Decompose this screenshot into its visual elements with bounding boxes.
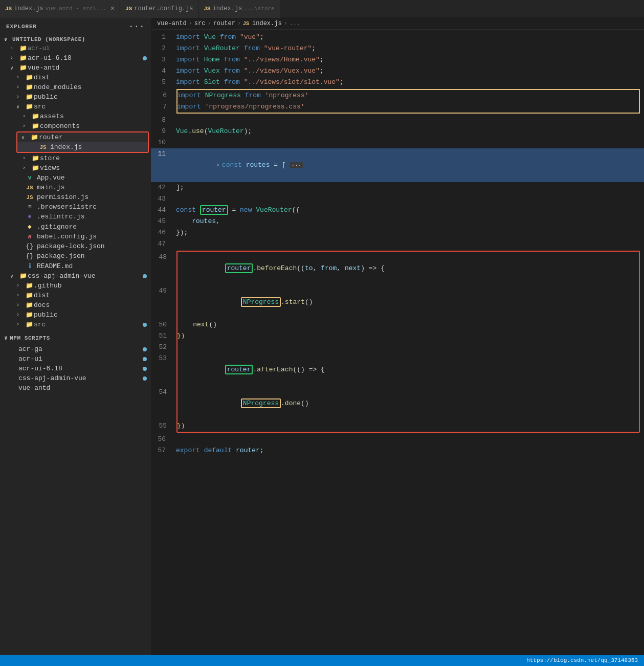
sidebar-item-router[interactable]: ∨ 📁 router xyxy=(17,132,148,142)
label-permission-js: permission.js xyxy=(37,193,151,201)
arrow-acr-ui-618: › xyxy=(10,55,18,61)
npm-scripts-arrow: ∨ xyxy=(4,335,8,341)
sidebar-item-permission-js[interactable]: › JS permission.js xyxy=(0,192,151,202)
sidebar-menu-dots[interactable]: ··· xyxy=(129,22,145,31)
folder-icon-components: 📁 xyxy=(31,122,40,130)
sidebar-item-src[interactable]: ∨ 📁 src xyxy=(0,102,151,112)
tab-label-1: index.js xyxy=(14,5,43,12)
label-npm-acr-ui-618: acr-ui-6.18 xyxy=(18,365,143,372)
dot-npm-acr-ui-618 xyxy=(143,367,147,371)
code-line-47: 47 xyxy=(151,238,644,250)
breadcrumb-part-1: vue-antd xyxy=(157,20,187,27)
folder-icon-node-modules: 📁 xyxy=(25,83,34,91)
line-num-57: 57 xyxy=(151,445,174,456)
npm-script-acr-ui[interactable]: › acr-ui xyxy=(0,354,151,364)
tab-label-3: index.js xyxy=(213,5,242,12)
dot-css-apj xyxy=(143,274,147,278)
sidebar-item-main-js[interactable]: › JS main.js xyxy=(0,183,151,192)
line-content-42: ]; xyxy=(174,182,644,193)
sidebar-item-node-modules[interactable]: › 📁 node_modules xyxy=(0,82,151,92)
arrow-public-2: › xyxy=(16,312,25,318)
sidebar-item-vue-antd[interactable]: ∨ 📁 vue-antd xyxy=(0,63,151,73)
tab-inactive-3[interactable]: JS index.js ...\store xyxy=(198,0,280,18)
main-layout: EXPLORER ··· ∨ UNTITLED (WORKSPACE) › 📁 … xyxy=(0,18,644,655)
readme-icon-file: ℹ xyxy=(25,262,35,270)
line-num-53: 53 xyxy=(152,353,175,364)
code-line-54: 54 NProgress.done() xyxy=(152,387,639,420)
dot-npm-acr-ui xyxy=(143,357,147,361)
sidebar-item-github[interactable]: › 📁 .github xyxy=(0,281,151,291)
right-panel: vue-antd › src › router › JS index.js › … xyxy=(151,18,644,655)
folder-icon-css-apj: 📁 xyxy=(18,272,28,280)
label-acr-ui-618: acr-ui-6.18 xyxy=(28,54,143,62)
folder-icon-acr-ui-618: 📁 xyxy=(18,54,28,62)
sidebar-item-components[interactable]: › 📁 components xyxy=(0,121,151,131)
sidebar-item-eslintrc[interactable]: › ● .eslintrc.js xyxy=(0,212,151,221)
workspace-arrow: ∨ xyxy=(4,36,12,42)
sidebar-item-acr-ui-618[interactable]: › 📁 acr-ui-6.18 xyxy=(0,53,151,63)
line-content-45: routes, xyxy=(174,216,644,227)
sidebar-item-package-json[interactable]: › {} package.json xyxy=(0,251,151,261)
tab-inactive-2[interactable]: JS router.config.js xyxy=(120,0,198,18)
breadcrumb-part-3: router xyxy=(213,20,235,27)
sidebar-item-readme[interactable]: › ℹ README.md xyxy=(0,261,151,271)
code-line-11[interactable]: 11 ›const routes = [ ··· xyxy=(151,148,644,182)
code-line-5: 5 import Slot from "../views/slot/slot.v… xyxy=(151,77,644,88)
sidebar-item-docs[interactable]: › 📁 docs xyxy=(0,300,151,310)
label-main-js: main.js xyxy=(37,184,151,191)
sidebar-item-css-apj[interactable]: ∨ 📁 css-apj-admin-vue xyxy=(0,271,151,281)
js-icon-permission: JS xyxy=(25,194,35,201)
sidebar-item-gitignore[interactable]: › ◆ .gitignore xyxy=(0,221,151,232)
dot-npm-css-apj xyxy=(143,376,147,381)
npm-script-acr-ui-618[interactable]: › acr-ui-6.18 xyxy=(0,364,151,373)
sidebar-item-babel-config[interactable]: › B babel.config.js xyxy=(0,232,151,241)
code-line-52: 52 xyxy=(152,342,639,353)
arrow-dist-2: › xyxy=(16,293,25,298)
npm-script-vue-antd[interactable]: › vue-antd xyxy=(0,383,151,393)
line-content-3: import Home from "../views/Home.vue"; xyxy=(174,54,644,65)
sidebar-item-package-lock[interactable]: › {} package-lock.json xyxy=(0,241,151,251)
npm-script-css-apj[interactable]: › css-apj-admin-vue xyxy=(0,373,151,383)
line-num-50: 50 xyxy=(152,319,175,330)
label-router: router xyxy=(39,134,148,141)
sidebar-item-store[interactable]: › 📁 store xyxy=(0,153,151,163)
breadcrumb-part-5: ... xyxy=(290,20,301,27)
sidebar-item-src-2[interactable]: › 📁 src xyxy=(0,320,151,329)
line-content-57: export default router; xyxy=(174,445,644,456)
code-editor[interactable]: 1 import Vue from "vue"; 2 import VueRou… xyxy=(151,30,644,655)
babel-icon-file: B xyxy=(25,234,35,240)
line-num-11: 11 xyxy=(151,148,174,160)
red-box-region: 48 router.beforeEach((to, from, next) =>… xyxy=(176,251,640,433)
npm-scripts-header[interactable]: ∨ NPM SCRIPTS xyxy=(0,331,151,344)
json-icon-pkg: {} xyxy=(25,252,35,260)
arrow-dist: › xyxy=(16,75,25,80)
sidebar-item-assets[interactable]: › 📁 assets xyxy=(0,112,151,121)
line-num-8: 8 xyxy=(151,115,174,126)
sidebar-item-public-2[interactable]: › 📁 public xyxy=(0,310,151,320)
line-content-53: router.afterEach(() => { xyxy=(175,353,639,387)
arrow-src-2: › xyxy=(16,322,25,327)
workspace-label[interactable]: ∨ UNTITLED (WORKSPACE) xyxy=(0,35,151,43)
line-num-54: 54 xyxy=(152,387,175,398)
arrow-github: › xyxy=(16,283,25,288)
arrow-css-apj: ∨ xyxy=(10,273,18,279)
sidebar-item-app-vue[interactable]: › V App.vue xyxy=(0,173,151,183)
tab-label-2: router.config.js xyxy=(134,5,193,12)
code-line-9: 9 Vue.use(VueRouter); xyxy=(151,126,644,137)
npm-scripts-label: NPM SCRIPTS xyxy=(10,335,50,341)
arrow-store: › xyxy=(23,156,31,161)
code-line-56: 56 xyxy=(151,434,644,445)
label-assets: assets xyxy=(40,113,151,120)
sidebar-item-dist-2[interactable]: › 📁 dist xyxy=(0,291,151,300)
folder-icon-dist-2: 📁 xyxy=(25,292,34,299)
sidebar-item-acr-ui[interactable]: › 📁 acr-ui xyxy=(0,43,151,53)
line-num-47: 47 xyxy=(151,238,174,250)
sidebar-item-views[interactable]: › 📁 views xyxy=(0,163,151,173)
tab-close-1[interactable]: × xyxy=(110,5,115,13)
sidebar-item-browserslistrc[interactable]: › ≡ .browserslistrc xyxy=(0,202,151,212)
npm-script-acr-ga[interactable]: › acr-ga xyxy=(0,344,151,354)
tab-inactive-1[interactable]: JS index.js vue-antd • src\... × xyxy=(0,0,120,18)
sidebar-item-public[interactable]: › 📁 public xyxy=(0,92,151,102)
sidebar-item-dist[interactable]: › 📁 dist xyxy=(0,73,151,82)
sidebar-item-index-js[interactable]: › JS index.js xyxy=(17,142,148,152)
